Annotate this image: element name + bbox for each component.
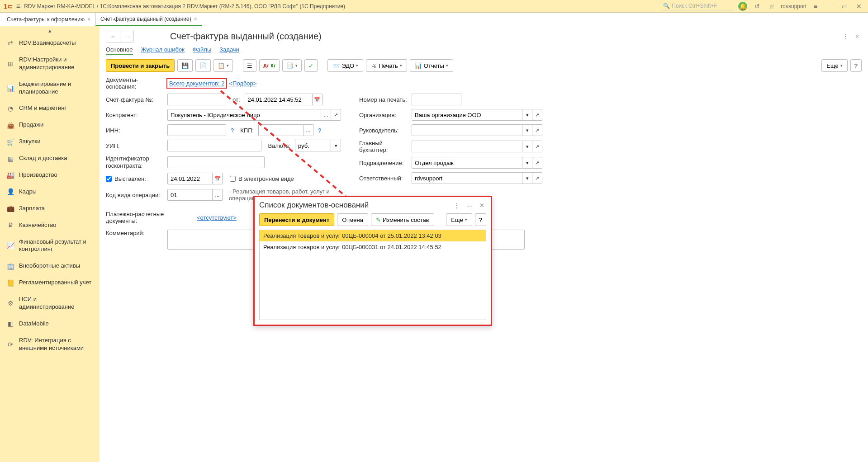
- head-input[interactable]: [412, 124, 522, 136]
- user-label[interactable]: rdvsupport: [781, 3, 806, 9]
- sidebar-item-rdv-integration[interactable]: ⟳RDV: Интеграция с внешними источниками: [0, 332, 100, 357]
- sidebar-item-purchases[interactable]: 🛒Закупки: [0, 133, 100, 150]
- maximize-icon[interactable]: ▭: [839, 1, 850, 12]
- calendar-icon[interactable]: 📅: [213, 173, 223, 184]
- print-no-input[interactable]: [412, 94, 461, 105]
- more-button[interactable]: Еще ▾: [821, 59, 847, 72]
- kpp-input[interactable]: [258, 124, 304, 136]
- accountant-input[interactable]: [412, 141, 522, 152]
- subnav-main[interactable]: Основное: [106, 46, 133, 55]
- currency-input[interactable]: [295, 140, 331, 151]
- basis-select-link[interactable]: <Подбор>: [229, 80, 256, 87]
- sidebar-item-regulated[interactable]: 📒Регламентированный учет: [0, 274, 100, 291]
- close-icon[interactable]: ×: [87, 16, 90, 23]
- subnav-tasks[interactable]: Задачи: [219, 46, 239, 55]
- issued-date-input[interactable]: [167, 173, 213, 184]
- forward-button[interactable]: →: [120, 30, 133, 42]
- post-button[interactable]: 📄: [195, 59, 211, 72]
- dropdown-icon[interactable]: ▾: [522, 157, 532, 169]
- sidebar-item-assets[interactable]: 🏢Внеоборотные активы: [0, 258, 100, 274]
- op-code-input[interactable]: [167, 189, 213, 201]
- cancel-button[interactable]: Отмена: [337, 213, 368, 226]
- close-icon[interactable]: ×: [194, 16, 197, 22]
- sidebar-item-sales[interactable]: 👜Продажи: [0, 117, 100, 133]
- sidebar-item-rdv-settlements[interactable]: ⇄RDV:Взаиморасчеты: [0, 35, 100, 52]
- dropdown-icon[interactable]: ▾: [522, 141, 532, 152]
- date-input[interactable]: [245, 94, 313, 105]
- sidebar-item-datamobile[interactable]: ◧DataMobile: [0, 316, 100, 332]
- kebab-icon[interactable]: ⋮: [841, 32, 850, 41]
- select-icon[interactable]: …: [213, 189, 223, 201]
- reports-button[interactable]: 📊 Отчеты ▾: [410, 59, 453, 72]
- settings-icon[interactable]: ≡: [810, 1, 821, 12]
- dropdown-icon[interactable]: ▾: [522, 124, 532, 136]
- open-icon[interactable]: ↗: [532, 109, 542, 121]
- maximize-icon[interactable]: ▭: [465, 201, 474, 210]
- submit-close-button[interactable]: Провести и закрыть: [106, 59, 175, 72]
- select-icon[interactable]: …: [321, 109, 331, 121]
- calendar-icon[interactable]: 📅: [313, 94, 323, 105]
- back-button[interactable]: ←: [106, 30, 120, 42]
- sidebar-item-production[interactable]: 🏭Производство: [0, 167, 100, 184]
- sidebar-item-crm[interactable]: ◔CRM и маркетинг: [0, 100, 100, 117]
- open-icon[interactable]: ↗: [532, 172, 542, 184]
- history-icon[interactable]: ↺: [752, 1, 763, 12]
- dropdown-icon[interactable]: ▾: [522, 172, 532, 184]
- org-input[interactable]: [412, 109, 522, 121]
- dropdown-icon[interactable]: ▾: [331, 140, 341, 151]
- sidebar-scroll-up[interactable]: ▴: [0, 26, 100, 35]
- sf-no-input[interactable]: [167, 94, 226, 105]
- list-item[interactable]: Реализация товаров и услуг 00ЦБ-000004 о…: [260, 230, 486, 241]
- open-icon[interactable]: ↗: [532, 157, 542, 169]
- sidebar-item-payroll[interactable]: 💼Зарплата: [0, 200, 100, 217]
- inn-input[interactable]: [167, 124, 226, 136]
- tab-invoice-create[interactable]: Счет-фактура выданный (создание) ×: [95, 13, 202, 26]
- pay-docs-link[interactable]: <отсутствуют>: [197, 214, 237, 221]
- responsible-input[interactable]: [412, 172, 522, 184]
- close-page-icon[interactable]: ×: [853, 32, 862, 41]
- counterparty-input[interactable]: [167, 109, 321, 121]
- dept-input[interactable]: [412, 157, 522, 169]
- sidebar-item-treasury[interactable]: ₽Казначейство: [0, 217, 100, 234]
- contract-id-input[interactable]: [167, 156, 265, 168]
- minimize-icon[interactable]: —: [825, 1, 835, 12]
- notifications-icon[interactable]: 🔔: [737, 1, 748, 12]
- menu-icon[interactable]: ≡: [16, 2, 20, 10]
- uip-input[interactable]: [167, 140, 261, 151]
- list-item[interactable]: Реализация товаров и услуг 00ЦБ-000031 о…: [260, 241, 486, 253]
- open-icon[interactable]: ↗: [331, 109, 341, 121]
- basis-docs-list[interactable]: Реализация товаров и услуг 00ЦБ-000004 о…: [259, 230, 486, 320]
- structure-button[interactable]: ☰: [243, 59, 256, 72]
- sidebar-item-finance[interactable]: 📈Финансовый результат и контроллинг: [0, 234, 100, 258]
- close-icon[interactable]: ✕: [477, 201, 486, 210]
- issued-checkbox[interactable]: [106, 176, 112, 182]
- help-icon[interactable]: ?: [318, 127, 321, 134]
- sidebar-item-warehouse[interactable]: ▦Склад и доставка: [0, 150, 100, 167]
- help-button[interactable]: ?: [850, 59, 862, 72]
- subnav-errors[interactable]: Журнал ошибок: [141, 46, 185, 55]
- create-based-button[interactable]: 📋▾: [213, 59, 233, 72]
- check-button[interactable]: ✓: [304, 59, 318, 72]
- open-icon[interactable]: ↗: [532, 141, 542, 152]
- select-icon[interactable]: …: [304, 124, 313, 136]
- kebab-icon[interactable]: ⋮: [452, 201, 461, 210]
- close-window-icon[interactable]: ✕: [854, 1, 864, 12]
- subnav-files[interactable]: Файлы: [193, 46, 211, 55]
- transfer-button[interactable]: Перенести в документ: [259, 213, 334, 226]
- popup-help-button[interactable]: ?: [475, 213, 486, 226]
- dropdown-icon[interactable]: ▾: [522, 109, 532, 121]
- star-icon[interactable]: ☆: [766, 1, 777, 12]
- sidebar-item-rdv-settings[interactable]: ⊞RDV:Настройки и администрирование: [0, 52, 100, 76]
- dt-kt-button[interactable]: ДтКт: [259, 59, 280, 72]
- sidebar-item-nsi[interactable]: ⚙НСИ и администрирование: [0, 291, 100, 316]
- popup-more-button[interactable]: Еще ▾: [446, 213, 472, 226]
- open-icon[interactable]: ↗: [532, 124, 542, 136]
- sidebar-item-budgeting[interactable]: 📊Бюджетирование и планирование: [0, 76, 100, 100]
- search-input[interactable]: 🔍 Поиск Ctrl+Shift+F: [661, 2, 734, 10]
- help-icon[interactable]: ?: [231, 127, 234, 134]
- tab-invoices-to-issue[interactable]: Счета-фактуры к оформлению ×: [2, 13, 95, 26]
- edo-button[interactable]: 📨 ЭДО ▾: [327, 59, 363, 72]
- save-button[interactable]: 💾: [177, 59, 193, 72]
- electronic-checkbox[interactable]: [230, 176, 236, 182]
- print-button[interactable]: 🖨 Печать ▾: [366, 59, 407, 72]
